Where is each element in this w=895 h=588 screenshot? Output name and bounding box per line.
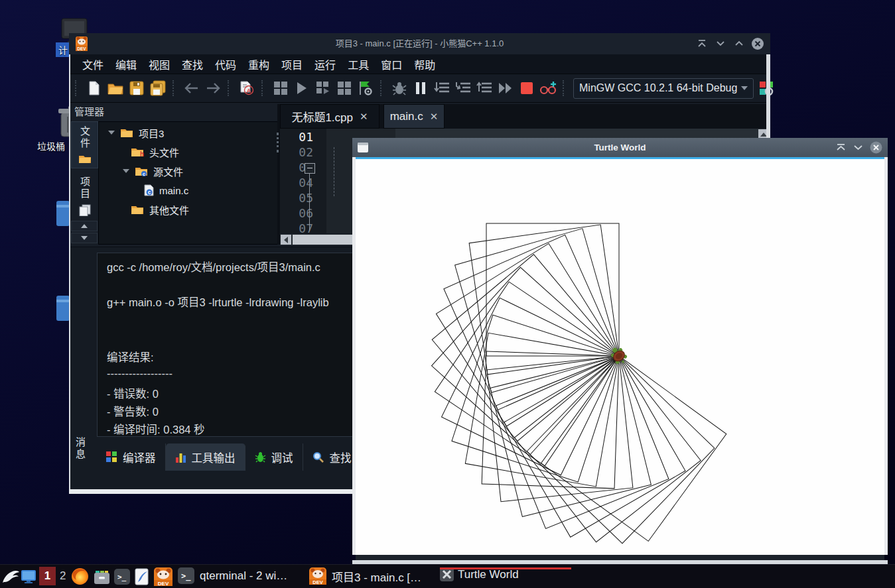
step-out-button[interactable] — [476, 80, 493, 97]
toolbar-separator — [563, 80, 567, 96]
lxqt-bird-icon — [2, 568, 19, 585]
compile-button[interactable] — [272, 80, 289, 97]
menu-refactor[interactable]: 重构 — [247, 56, 271, 72]
back-button[interactable] — [183, 80, 200, 97]
menu-project[interactable]: 项目 — [280, 56, 304, 72]
menu-run[interactable]: 运行 — [313, 56, 337, 72]
redpanda-app-icon: DEV — [76, 36, 88, 51]
save-all-button[interactable] — [149, 80, 167, 97]
scroll-left-button[interactable] — [281, 235, 291, 245]
redpanda-launcher[interactable]: DEV — [154, 567, 172, 586]
messages-tabbar: 编译器 工具输出 调试 查找 — [97, 443, 362, 471]
tree-item-main-c[interactable]: c main.c — [144, 182, 188, 199]
tab-label: 调试 — [271, 449, 293, 465]
menu-view[interactable]: 视图 — [147, 56, 171, 72]
tree-item-label: 项目3 — [139, 126, 164, 140]
run-button[interactable] — [293, 80, 310, 97]
desktop-icon-folder-1[interactable] — [56, 197, 70, 229]
desktop-pager-icon[interactable] — [21, 569, 36, 584]
featherpad-launcher[interactable] — [133, 568, 150, 585]
taskbar-task-qterminal[interactable]: >_ qterminal - 2 wi… — [178, 567, 287, 584]
sidebar-tab-files[interactable]: 文件 — [71, 121, 98, 168]
tab-tool-output[interactable]: 工具输出 — [166, 443, 245, 471]
output-line: - 编译时间: 0.384 秒 — [107, 421, 205, 437]
reformat-code-button[interactable]: A — [238, 80, 255, 97]
desktop-icon-folder-2[interactable] — [56, 292, 70, 323]
output-line: 编译结果: — [107, 349, 154, 365]
step-into-button[interactable] — [454, 80, 472, 97]
splitter-handle[interactable] — [277, 133, 279, 152]
app-menu-button[interactable] — [2, 568, 19, 585]
tree-item-label: 头文件 — [149, 145, 179, 159]
menu-search[interactable]: 查找 — [180, 56, 204, 72]
svg-text:DEV: DEV — [158, 581, 169, 587]
sidebar-scroll-down-button[interactable] — [71, 233, 98, 243]
compiler-profile-dropdown[interactable]: MinGW GCC 10.2.1 64-bit Debug — [573, 78, 754, 99]
tree-item-sources[interactable]: c 源文件 — [123, 162, 183, 180]
tree-item-project[interactable]: 项目3 — [108, 124, 164, 141]
indent-guide-line — [334, 147, 334, 196]
svg-text:>_: >_ — [181, 571, 191, 581]
menu-help[interactable]: 帮助 — [413, 56, 437, 72]
menu-window[interactable]: 窗口 — [379, 56, 403, 72]
line-number: 02 — [287, 145, 313, 160]
turtle-world-window: Turtle World — [352, 138, 888, 564]
taskbar-task-ide[interactable]: DEV 项目3 - main.c [… — [309, 567, 421, 585]
turtle-window-frame — [884, 157, 888, 555]
sidebar-tab-project[interactable]: 项目 — [71, 172, 98, 219]
menu-code[interactable]: 代码 — [214, 56, 238, 72]
turtle-shade-button[interactable] — [835, 141, 847, 153]
tree-item-headers[interactable]: h 头文件 — [131, 143, 179, 160]
forward-button[interactable] — [204, 80, 222, 97]
tree-item-others[interactable]: 其他文件 — [131, 201, 189, 218]
editor-tab-untitled[interactable]: 无标题1.cpp ✕ — [280, 104, 379, 129]
new-file-button[interactable] — [86, 80, 103, 97]
stop-button[interactable] — [518, 80, 535, 97]
debug-button[interactable] — [391, 80, 408, 97]
turtle-minimize-button[interactable] — [852, 141, 864, 153]
output-line: - 警告数: 0 — [107, 403, 159, 419]
turtle-window-frame — [356, 555, 884, 560]
ide-close-button[interactable] — [750, 36, 765, 51]
tab-debug[interactable]: 调试 — [245, 443, 303, 471]
task-label: 项目3 - main.c [… — [332, 568, 421, 585]
menu-tools[interactable]: 工具 — [346, 56, 370, 72]
qterminal-launcher[interactable]: >_ — [114, 569, 130, 585]
open-file-button[interactable] — [107, 80, 124, 97]
ide-titlebar[interactable]: DEV 项目3 - main.c [正在运行] - 小熊猫C++ 1.1.0 — [69, 33, 770, 54]
ide-maximize-button[interactable] — [732, 36, 746, 51]
editor-tab-main-c[interactable]: main.c ✕ — [383, 104, 445, 129]
rebuild-button[interactable] — [336, 80, 353, 97]
turtle-window-titlebar[interactable]: Turtle World — [352, 138, 888, 157]
tab-compiler[interactable]: 编译器 — [97, 443, 166, 471]
menu-file[interactable]: 文件 — [81, 56, 105, 72]
ide-minimize-button[interactable] — [713, 36, 728, 51]
svg-text:DEV: DEV — [77, 46, 86, 51]
close-tab-icon[interactable]: ✕ — [430, 111, 439, 123]
save-button[interactable] — [128, 80, 145, 97]
compile-run-button[interactable] — [314, 80, 332, 97]
folder-icon — [56, 292, 70, 323]
fold-marker[interactable] — [305, 163, 315, 174]
caret-expanded-icon[interactable] — [123, 169, 129, 173]
bar-chart-icon — [175, 451, 186, 463]
pause-button[interactable] — [412, 80, 429, 97]
run-parameters-button[interactable] — [357, 80, 374, 97]
caret-expanded-icon[interactable] — [108, 131, 115, 135]
turtle-close-button[interactable] — [869, 141, 882, 154]
close-tab-icon[interactable]: ✕ — [360, 111, 368, 123]
step-over-button[interactable] — [433, 80, 450, 97]
ide-window-frame — [69, 54, 70, 494]
firefox-launcher[interactable] — [71, 567, 89, 585]
continue-button[interactable] — [497, 80, 514, 97]
workspace-2-button[interactable]: 2 — [60, 569, 66, 583]
pages-icon — [79, 204, 91, 216]
workspace-1-button[interactable]: 1 — [39, 567, 56, 585]
turtle-canvas[interactable] — [356, 159, 884, 555]
sidebar-scroll-up-button[interactable] — [71, 221, 98, 231]
file-manager-launcher[interactable] — [94, 569, 110, 585]
taskbar-task-turtle-world[interactable]: Turtle World — [440, 567, 519, 581]
add-watch-button[interactable] — [539, 80, 557, 97]
ide-shade-button[interactable] — [695, 36, 709, 51]
menu-edit[interactable]: 编辑 — [114, 56, 138, 72]
